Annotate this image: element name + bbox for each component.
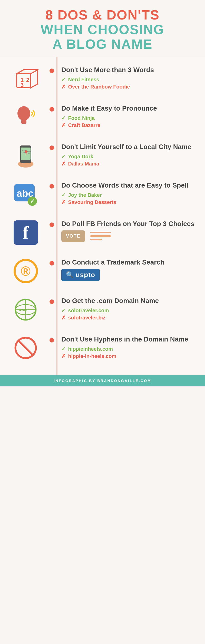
- x-icon: ✗: [61, 161, 66, 167]
- vote-area: VOTE: [61, 230, 197, 242]
- list-item: www Do Get the .com Domain Name ✓ solotr…: [0, 290, 205, 329]
- x-icon: ✗: [61, 315, 66, 320]
- good-example: ✓ Food Ninja: [61, 115, 197, 121]
- item-title: Don't Use More than 3 Words: [61, 66, 197, 74]
- bad-example: ✗ Savouring Desserts: [61, 199, 197, 205]
- item-icon-trademark: ®: [5, 258, 46, 284]
- header-line3: A BLOG NAME: [5, 37, 200, 52]
- item-icon-no: [5, 335, 46, 361]
- vote-lines: [90, 232, 111, 240]
- list-item: 1 2 3 Don't Use More than 3 Words ✓ Nerd…: [0, 60, 205, 98]
- item-dot: [50, 145, 54, 150]
- list-item: Don't Limit Yourself to a Local City Nam…: [0, 136, 205, 175]
- x-icon: ✗: [61, 353, 66, 359]
- vote-line: [90, 239, 102, 240]
- list-item: ® Do Conduct a Trademark Search 🔍 uspto: [0, 252, 205, 290]
- bad-example: ✗ Craft Bazarre: [61, 122, 197, 128]
- abc-icon: abc ✓: [13, 183, 38, 206]
- svg-point-11: [25, 150, 27, 153]
- check-icon: ✓: [61, 192, 66, 198]
- item-dot: [50, 107, 54, 112]
- check-icon: ✓: [61, 308, 66, 313]
- svg-rect-7: [21, 120, 26, 124]
- footer-text: INFOGRAPHIC BY BRANDONGAILLE.COM: [54, 379, 151, 383]
- svg-text:www: www: [18, 308, 27, 312]
- head-icon: [14, 104, 37, 130]
- cube-icon: 1 2 3: [13, 66, 38, 92]
- x-icon: ✗: [61, 199, 66, 205]
- good-example: ✓ hippieinheels.com: [61, 346, 197, 352]
- svg-text:✓: ✓: [30, 198, 35, 204]
- check-icon: ✓: [61, 77, 66, 82]
- vote-line: [90, 235, 111, 237]
- registered-icon: ®: [14, 259, 38, 283]
- bad-example: ✗ Dallas Mama: [61, 161, 197, 167]
- item-icon-www: www: [5, 297, 46, 323]
- item-icon-cube: 1 2 3: [5, 66, 46, 92]
- item-dot: [50, 338, 54, 343]
- item-title: Don't Use Hyphens in the Domain Name: [61, 335, 197, 343]
- item-icon-facebook: f: [5, 220, 46, 246]
- item-dot: [50, 261, 54, 266]
- svg-text:2: 2: [26, 77, 29, 83]
- item-title: Do Conduct a Trademark Search: [61, 258, 197, 266]
- list-item: abc ✓ Do Choose Words that are Easy to S…: [0, 175, 205, 213]
- globe-icon: www: [13, 297, 38, 323]
- item-dot: [50, 299, 54, 304]
- item-icon-head: [5, 104, 46, 130]
- item-content: Don't Limit Yourself to a Local City Nam…: [57, 143, 197, 168]
- footer: INFOGRAPHIC BY BRANDONGAILLE.COM: [0, 375, 205, 386]
- check-icon: ✓: [61, 115, 66, 121]
- list-item: f Do Poll FB Friends on Your Top 3 Choic…: [0, 213, 205, 252]
- list-item: Don't Use Hyphens in the Domain Name ✓ h…: [0, 329, 205, 367]
- item-title: Do Poll FB Friends on Your Top 3 Choices: [61, 220, 197, 228]
- header-line1: 8 DOS & DON'TS: [5, 8, 200, 22]
- item-dot: [50, 222, 54, 227]
- item-content: Do Choose Words that are Easy to Spell ✓…: [57, 181, 197, 206]
- good-example: ✓ Yoga Dork: [61, 153, 197, 160]
- uspto-text: uspto: [76, 271, 95, 279]
- vote-line: [90, 232, 111, 233]
- item-title: Don't Limit Yourself to a Local City Nam…: [61, 143, 197, 151]
- no-sign-icon: [14, 336, 38, 360]
- good-example: ✓ Joy the Baker: [61, 192, 197, 198]
- x-icon: ✗: [61, 122, 66, 128]
- item-content: Do Get the .com Domain Name ✓ solotravel…: [57, 297, 197, 322]
- item-content: Don't Use Hyphens in the Domain Name ✓ h…: [57, 335, 197, 360]
- uspto-badge: 🔍 uspto: [61, 269, 100, 281]
- x-icon: ✗: [61, 84, 66, 90]
- item-content: Don't Use More than 3 Words ✓ Nerd Fitne…: [57, 66, 197, 91]
- svg-text:3: 3: [21, 82, 24, 88]
- uspto-area: 🔍 uspto: [61, 269, 197, 281]
- header-line2: WHEN CHOOSING: [5, 22, 200, 37]
- phone-map-icon: [15, 143, 36, 169]
- item-content: Do Conduct a Trademark Search 🔍 uspto: [57, 258, 197, 281]
- good-example: ✓ Nerd Fitness: [61, 76, 197, 83]
- svg-marker-2: [31, 70, 38, 88]
- good-example: ✓ solotraveler.com: [61, 307, 197, 314]
- item-icon-abc: abc ✓: [5, 181, 46, 207]
- item-icon-phone: [5, 143, 46, 169]
- item-content: Do Poll FB Friends on Your Top 3 Choices…: [57, 220, 197, 242]
- check-icon: ✓: [61, 346, 66, 352]
- bad-example: ✗ hippie-in-heels.com: [61, 353, 197, 359]
- check-icon: ✓: [61, 154, 66, 159]
- item-dot: [50, 69, 54, 73]
- item-dot: [50, 184, 54, 189]
- header: 8 DOS & DON'TS WHEN CHOOSING A BLOG NAME: [0, 0, 205, 57]
- item-title: Do Choose Words that are Easy to Spell: [61, 181, 197, 189]
- item-title: Do Get the .com Domain Name: [61, 297, 197, 305]
- main-container: 8 DOS & DON'TS WHEN CHOOSING A BLOG NAME…: [0, 0, 205, 386]
- svg-point-6: [17, 106, 30, 121]
- item-content: Do Make it Easy to Pronounce ✓ Food Ninj…: [57, 104, 197, 129]
- vote-box: VOTE: [61, 230, 85, 242]
- bad-example: ✗ solotraveler.biz: [61, 315, 197, 321]
- item-title: Do Make it Easy to Pronounce: [61, 104, 197, 112]
- svg-line-23: [18, 340, 33, 355]
- search-icon: 🔍: [66, 271, 74, 278]
- bad-example: ✗ Over the Rainbow Foodie: [61, 84, 197, 90]
- facebook-icon: f: [14, 220, 38, 245]
- list-item: Do Make it Easy to Pronounce ✓ Food Ninj…: [0, 98, 205, 136]
- timeline-area: 1 2 3 Don't Use More than 3 Words ✓ Nerd…: [0, 57, 205, 375]
